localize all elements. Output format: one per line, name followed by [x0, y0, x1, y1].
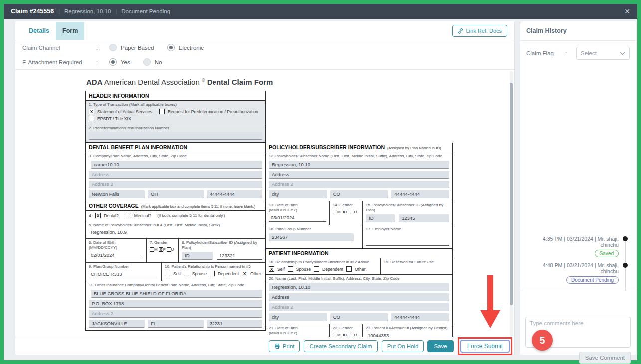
checkbox-statement-of-actual-services[interactable]: X: [89, 109, 94, 114]
q19-label: 19. Reserved for Future Use: [384, 260, 449, 265]
checkbox-dental[interactable]: X: [95, 213, 101, 218]
radio-no[interactable]: [143, 58, 151, 66]
section-header-information: HEADER INFORMATION 1. Type of Transactio…: [85, 91, 266, 143]
checkbox-gender-u[interactable]: [167, 247, 171, 252]
subscriber-city-input[interactable]: city: [269, 190, 327, 198]
gender-m-label: M: [337, 210, 341, 214]
patient-address-input[interactable]: Address: [269, 293, 449, 301]
force-submit-button[interactable]: Force Submit: [460, 340, 510, 353]
radio-electronic[interactable]: [167, 44, 175, 51]
q1-block: 1. Type of Transaction (Mark all applica…: [86, 101, 265, 124]
checkbox-request-predetermination[interactable]: [159, 109, 165, 114]
subscriber-address-input[interactable]: Address: [269, 171, 449, 179]
other-insurance-zip-input[interactable]: 32231: [207, 320, 262, 328]
policyholder4-name-input[interactable]: Regression, 10.9: [89, 229, 262, 236]
radio-yes[interactable]: [109, 58, 117, 66]
checkbox-gender-f[interactable]: X: [342, 210, 346, 214]
patient-name-input[interactable]: Regression, 10.10: [269, 283, 449, 291]
employer-name-input[interactable]: [366, 239, 449, 246]
titlebar: Claim #245556 | Regression, 10.10 | Docu…: [4, 4, 637, 19]
section-title-note: (Mark applicable box and complete items …: [141, 204, 255, 209]
history-meta: 4:48 PM | 03/21/2024 | Mr. shaji, chinch…: [529, 262, 619, 274]
close-icon[interactable]: ✕: [624, 7, 630, 15]
other-insurance-name-input[interactable]: BLUE CROSS BLUE SHIELD OF FLORIDA: [91, 290, 262, 298]
q6-block: 6. Date of Birth (MM/DD/CCYY) 02/01/2024: [86, 239, 147, 262]
q6-label: 6. Date of Birth (MM/DD/CCYY): [89, 240, 143, 250]
checkbox-rel-spouse[interactable]: [184, 271, 189, 276]
company-name-input[interactable]: carrier10.10: [91, 161, 262, 169]
section-title: HEADER INFORMATION: [86, 91, 265, 101]
subscriber-id-input[interactable]: 123321: [217, 252, 262, 260]
checkbox-gender-f[interactable]: X: [159, 247, 163, 252]
checkbox-rel-spouse[interactable]: [288, 266, 293, 272]
subscriber-plan-id-input[interactable]: 12345: [399, 214, 449, 222]
checkbox-rel-dependent[interactable]: [314, 266, 319, 272]
save-button[interactable]: Save: [427, 340, 453, 352]
print-button[interactable]: Print: [269, 340, 300, 352]
q4-note: (If both, complete 5-11 for dental only.…: [157, 213, 225, 218]
status-badge: Document Pending: [566, 276, 619, 284]
plan-group-input[interactable]: CHOICE R333: [89, 271, 158, 278]
checkbox-rel-self[interactable]: [165, 271, 170, 276]
tab-bar: Details Form Link Ref. Docs: [15, 21, 514, 40]
q17-label: 17. Employer Name: [366, 227, 449, 232]
patient-address2-input[interactable]: Address 2: [269, 303, 449, 311]
city-input[interactable]: Newton Falls: [89, 190, 145, 198]
subscriber-state-input[interactable]: CO: [330, 190, 389, 198]
other-insurance-city-input[interactable]: JACKSONVILLE: [89, 320, 145, 328]
action-bar: Print Create Secondary Claim Put On Hold…: [15, 337, 514, 355]
opt1-label: Statement of Actual Services: [97, 109, 152, 114]
address2-input[interactable]: Address 2: [89, 181, 262, 188]
state-input[interactable]: OH: [148, 190, 204, 198]
other-insurance-address-input[interactable]: P.O. BOX 1798: [89, 300, 262, 308]
q11-label: 11. Other Insurance Company/Dental Benef…: [89, 283, 262, 288]
subscriber-address2-input[interactable]: Address 2: [269, 181, 449, 188]
tab-details[interactable]: Details: [22, 22, 56, 40]
q5-label: 5. Name of Policyholder/Subscriber in # …: [89, 223, 262, 228]
put-on-hold-button[interactable]: Put On Hold: [382, 340, 424, 352]
patient-city-input[interactable]: city: [269, 313, 327, 321]
claim-flag-select[interactable]: Select: [576, 47, 630, 60]
section-title: PATIENT INFORMATION: [266, 249, 452, 258]
checkbox-gender-m[interactable]: [333, 210, 337, 214]
save-comment-button[interactable]: Save Comment: [579, 352, 631, 364]
q2-block: 2. Predetermination/Preauthorization Num…: [86, 124, 265, 142]
checkbox-gender-m[interactable]: [150, 247, 154, 252]
subscriber-zip-input[interactable]: 44444-4444: [391, 190, 449, 198]
timeline-dot: [623, 263, 628, 268]
id-qualifier-input[interactable]: ID: [366, 214, 395, 222]
patient-zip-input[interactable]: 44444-4444: [391, 313, 449, 321]
q23-label: 23. Patient ID/Account # (Assigned by De…: [366, 326, 449, 331]
other-insurance-state-input[interactable]: FL: [148, 320, 204, 328]
subscriber-dob-input[interactable]: 03/01/2024: [269, 214, 326, 222]
colon: :: [565, 50, 576, 56]
q15-label: 15. Policyholder/Subscriber ID (Assigned…: [366, 203, 449, 213]
checkbox-rel-other[interactable]: X: [242, 271, 247, 276]
zip-input[interactable]: 44444-4444: [207, 190, 262, 198]
section-other-coverage: OTHER COVERAGE (Mark applicable box and …: [85, 201, 266, 331]
dob4-input[interactable]: 02/01/2024: [89, 252, 143, 259]
checkbox-medical[interactable]: [126, 213, 131, 218]
checkbox-rel-dependent[interactable]: [210, 271, 215, 276]
checkbox-rel-other[interactable]: [346, 266, 352, 272]
link-ref-docs-button[interactable]: Link Ref. Docs: [452, 25, 507, 37]
id-qualifier-input[interactable]: ID: [182, 252, 213, 260]
checkbox-gender-u[interactable]: [350, 210, 354, 214]
address-input[interactable]: Address: [89, 171, 262, 179]
predetermination-number-input[interactable]: [89, 132, 262, 140]
form-scrollbar-thumb[interactable]: [510, 83, 513, 305]
checkbox-x: X: [243, 271, 246, 276]
radio-paper-based[interactable]: [109, 44, 117, 51]
titlebar-patient-name: Regression, 10.10: [64, 8, 111, 14]
plan-group-number-input[interactable]: 234567: [269, 233, 354, 241]
subscriber-name-input[interactable]: Regression, 10.10: [269, 161, 449, 169]
claim-channel-row: Claim Channel : Paper Based Electronic: [15, 40, 514, 55]
form-scrollbar-track[interactable]: [510, 71, 513, 337]
checkbox-epsdt[interactable]: [89, 116, 94, 121]
checkbox-rel-self[interactable]: X: [269, 266, 274, 272]
q3-label: 3. Company/Plan Name, Address, City, Sta…: [89, 154, 262, 159]
tab-form[interactable]: Form: [56, 22, 84, 40]
patient-state-input[interactable]: CO: [330, 313, 389, 321]
create-secondary-claim-button[interactable]: Create Secondary Claim: [304, 340, 377, 352]
other-insurance-address2-input[interactable]: Address 2: [89, 310, 262, 318]
